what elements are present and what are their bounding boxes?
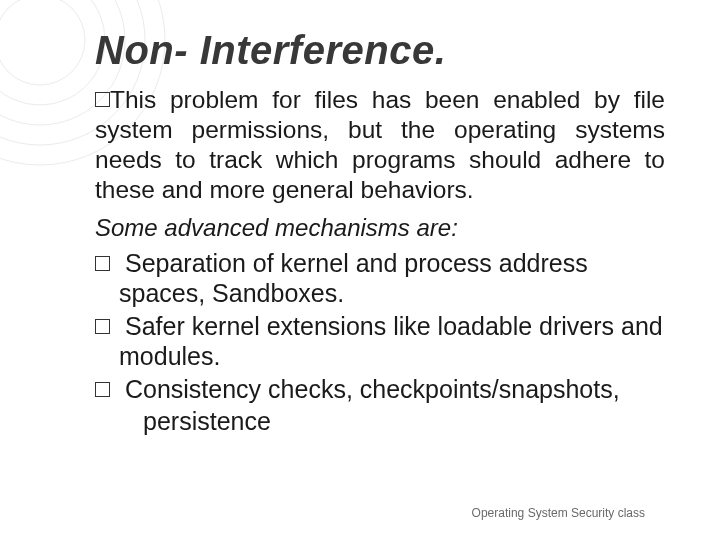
bullet-list: Separation of kernel and process address… <box>95 248 665 437</box>
bullet-item: Separation of kernel and process address… <box>95 248 665 309</box>
bullet-text: Safer kernel extensions like loadable dr… <box>119 312 663 371</box>
checkbox-icon <box>95 256 110 271</box>
bullet-item: Safer kernel extensions like loadable dr… <box>95 311 665 372</box>
bullet-item: Consistency checks, checkpoints/snapshot… <box>95 374 665 405</box>
intro-paragraph: This problem for files has been enabled … <box>95 85 665 205</box>
bullet-text: Consistency checks, checkpoints/snapshot… <box>125 375 620 403</box>
intro-text: This problem for files has been enabled … <box>95 86 665 203</box>
footer-text: Operating System Security class <box>472 506 645 520</box>
slide-title: Non- Interference. <box>95 28 665 73</box>
bullet-text: Separation of kernel and process address… <box>119 249 588 308</box>
bullet-continuation: persistence <box>95 406 665 437</box>
slide-body: This problem for files has been enabled … <box>95 85 665 437</box>
checkbox-icon <box>95 382 110 397</box>
subheading: Some advanced mechanisms are: <box>95 213 665 242</box>
slide: Non- Interference. This problem for file… <box>0 0 720 540</box>
checkbox-icon <box>95 92 110 107</box>
checkbox-icon <box>95 319 110 334</box>
